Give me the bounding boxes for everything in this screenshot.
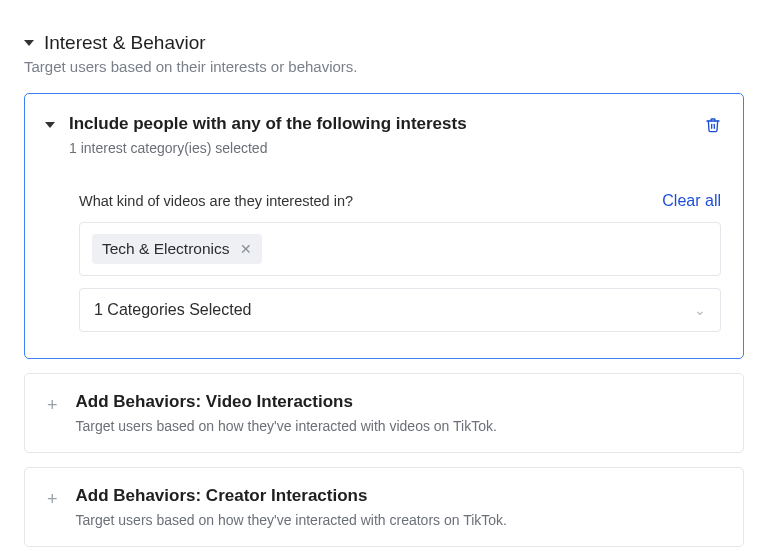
clear-all-link[interactable]: Clear all (662, 192, 721, 210)
remove-tag-icon[interactable]: ✕ (240, 242, 252, 256)
add-behaviour-creator-panel[interactable]: + Add Behaviors: Creator Interactions Ta… (24, 467, 744, 547)
chevron-down-icon: ⌄ (694, 302, 706, 318)
categories-select[interactable]: 1 Categories Selected ⌄ (79, 288, 721, 332)
section-header[interactable]: Interest & Behavior (24, 32, 744, 54)
interest-tag-label: Tech & Electronics (102, 240, 230, 258)
panel-subtitle: Target users based on how they've intera… (76, 418, 497, 434)
add-behaviour-video-panel[interactable]: + Add Behaviors: Video Interactions Targ… (24, 373, 744, 453)
categories-select-label: 1 Categories Selected (94, 301, 251, 319)
section-title: Interest & Behavior (44, 32, 206, 54)
panel-subtitle: Target users based on how they've intera… (76, 512, 507, 528)
panel-header[interactable]: Include people with any of the following… (45, 114, 721, 156)
section-description: Target users based on their interests or… (24, 58, 744, 75)
plus-icon: + (47, 490, 58, 508)
include-interests-panel: Include people with any of the following… (24, 93, 744, 359)
trash-icon[interactable] (705, 116, 721, 134)
interest-tag-input[interactable]: Tech & Electronics ✕ (79, 222, 721, 276)
caret-down-icon (45, 122, 55, 128)
panel-selected-summary: 1 interest category(ies) selected (69, 140, 467, 156)
panel-title: Add Behaviors: Video Interactions (76, 392, 497, 412)
interest-question: What kind of videos are they interested … (79, 193, 353, 209)
panel-title: Include people with any of the following… (69, 114, 467, 134)
caret-down-icon (24, 40, 34, 46)
panel-title: Add Behaviors: Creator Interactions (76, 486, 507, 506)
interest-tag: Tech & Electronics ✕ (92, 234, 262, 264)
plus-icon: + (47, 396, 58, 414)
